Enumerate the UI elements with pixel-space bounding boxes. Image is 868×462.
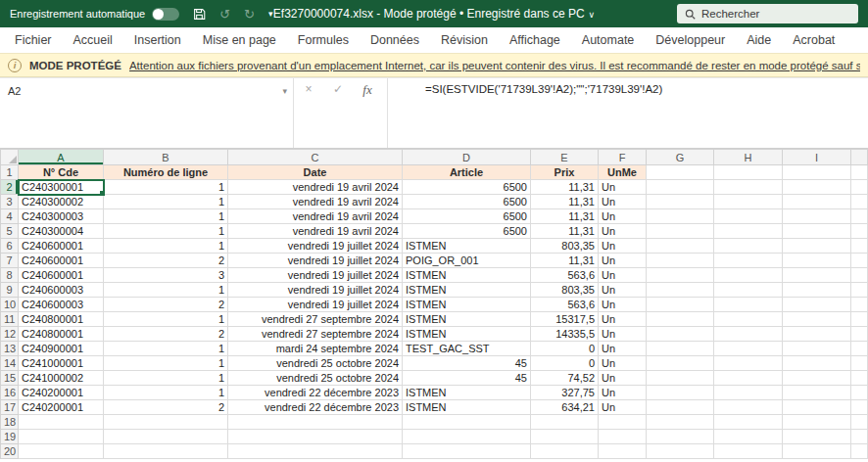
cell-G7[interactable] — [647, 254, 714, 268]
cell-E3[interactable]: 11,31 — [531, 195, 599, 209]
row-header-5[interactable]: 5 — [1, 224, 19, 239]
tab-automate[interactable]: Automate — [571, 33, 646, 47]
cell-G9[interactable] — [647, 283, 714, 298]
cell-E12[interactable]: 14335,5 — [531, 327, 599, 342]
cell-I15[interactable] — [783, 371, 851, 386]
cell-E1[interactable]: Prix — [531, 165, 599, 180]
cell-E8[interactable]: 563,6 — [531, 268, 599, 283]
cell-C12[interactable]: vendredi 27 septembre 2024 — [228, 327, 403, 342]
row-header-11[interactable]: 11 — [1, 312, 19, 327]
cell-C6[interactable]: vendredi 19 juillet 2024 — [228, 239, 403, 254]
cell-B6[interactable]: 1 — [104, 239, 228, 254]
cell-H5[interactable] — [714, 224, 783, 239]
cell-D11[interactable]: ISTMEN — [403, 312, 531, 327]
cell-E7[interactable]: 11,31 — [531, 254, 599, 268]
cell-C1[interactable]: Date — [228, 165, 403, 180]
cell-B15[interactable]: 1 — [104, 371, 228, 386]
cell-H9[interactable] — [714, 283, 783, 298]
cell-E14[interactable]: 0 — [531, 356, 599, 371]
row-header-9[interactable]: 9 — [1, 283, 19, 298]
cell-H19[interactable] — [714, 430, 783, 444]
cell-I5[interactable] — [783, 224, 851, 239]
cell-C20[interactable] — [228, 444, 403, 459]
cell-D1[interactable]: Article — [403, 165, 531, 180]
cell-F12[interactable]: Un — [599, 327, 647, 342]
cell-G17[interactable] — [647, 400, 714, 415]
cell-D10[interactable]: ISTMEN — [403, 298, 531, 312]
cell-F16[interactable]: Un — [599, 386, 647, 400]
cell-I1[interactable] — [783, 165, 851, 180]
cell-H7[interactable] — [714, 254, 783, 268]
cell-C14[interactable]: vendredi 25 octobre 2024 — [228, 356, 403, 371]
cell-G18[interactable] — [647, 415, 714, 430]
cell-D13[interactable]: TEST_GAC_SST — [403, 342, 531, 356]
cell-D19[interactable] — [403, 430, 531, 444]
cell-D18[interactable] — [403, 415, 531, 430]
column-header-E[interactable]: E — [531, 150, 599, 165]
cell-F11[interactable]: Un — [599, 312, 647, 327]
cell-G19[interactable] — [647, 430, 714, 444]
cell-A1[interactable]: N° Cde — [19, 165, 104, 180]
cell-D5[interactable]: 6500 — [403, 224, 531, 239]
cell-A18[interactable] — [19, 415, 104, 430]
cell-G8[interactable] — [647, 268, 714, 283]
cell-C16[interactable]: vendredi 22 décembre 2023 — [228, 386, 403, 400]
cell-D8[interactable]: ISTMEN — [403, 268, 531, 283]
cell-B12[interactable]: 2 — [104, 327, 228, 342]
row-header-15[interactable]: 15 — [1, 371, 19, 386]
row-header-14[interactable]: 14 — [1, 356, 19, 371]
autosave-control[interactable]: Enregistrement automatique — [10, 8, 179, 21]
cell-F3[interactable]: Un — [599, 195, 647, 209]
cell-D12[interactable]: ISTMEN — [403, 327, 531, 342]
cell-C17[interactable]: vendredi 22 décembre 2023 — [228, 400, 403, 415]
cell-D14[interactable]: 45 — [403, 356, 531, 371]
cell-E15[interactable]: 74,52 — [531, 371, 599, 386]
cell-I16[interactable] — [783, 386, 851, 400]
cell-F10[interactable]: Un — [599, 298, 647, 312]
cell-B8[interactable]: 3 — [104, 268, 228, 283]
column-header-F[interactable]: F — [599, 150, 647, 165]
cell-I10[interactable] — [783, 298, 851, 312]
cell-F15[interactable]: Un — [599, 371, 647, 386]
cell-H1[interactable] — [714, 165, 783, 180]
row-header-2[interactable]: 2 — [1, 180, 19, 195]
cell-H12[interactable] — [714, 327, 783, 342]
cell-F7[interactable]: Un — [599, 254, 647, 268]
cell-G6[interactable] — [647, 239, 714, 254]
cell-H16[interactable] — [714, 386, 783, 400]
cell-D9[interactable]: ISTMEN — [403, 283, 531, 298]
cell-A11[interactable]: C240800001 — [19, 312, 104, 327]
cell-H17[interactable] — [714, 400, 783, 415]
cell-G4[interactable] — [647, 209, 714, 224]
cell-I14[interactable] — [783, 356, 851, 371]
row-header-18[interactable]: 18 — [1, 415, 19, 430]
cell-H13[interactable] — [714, 342, 783, 356]
column-header-H[interactable]: H — [714, 150, 783, 165]
tab-formules[interactable]: Formules — [287, 33, 360, 47]
cell-G11[interactable] — [647, 312, 714, 327]
cell-F1[interactable]: UnMe — [599, 165, 647, 180]
cell-C11[interactable]: vendredi 27 septembre 2024 — [228, 312, 403, 327]
cell-H14[interactable] — [714, 356, 783, 371]
row-header-3[interactable]: 3 — [1, 195, 19, 209]
row-header-8[interactable]: 8 — [1, 268, 19, 283]
cell-B2[interactable]: 1 — [104, 180, 228, 195]
enter-formula-button[interactable]: ✓ — [323, 82, 353, 148]
cell-B9[interactable]: 1 — [104, 283, 228, 298]
cell-H10[interactable] — [714, 298, 783, 312]
cell-B7[interactable]: 2 — [104, 254, 228, 268]
cell-E10[interactable]: 563,6 — [531, 298, 599, 312]
cell-B4[interactable]: 1 — [104, 209, 228, 224]
cell-E4[interactable]: 11,31 — [531, 209, 599, 224]
tab-affichage[interactable]: Affichage — [499, 33, 571, 47]
cell-C3[interactable]: vendredi 19 avril 2024 — [228, 195, 403, 209]
name-box-dropdown-icon[interactable]: ▾ — [282, 86, 287, 96]
cell-I4[interactable] — [783, 209, 851, 224]
cell-A2[interactable]: C240300001 — [19, 180, 104, 195]
cell-G14[interactable] — [647, 356, 714, 371]
cell-F17[interactable]: Un — [599, 400, 647, 415]
cell-G3[interactable] — [647, 195, 714, 209]
select-all-button[interactable] — [1, 150, 19, 165]
cell-A5[interactable]: C240300004 — [19, 224, 104, 239]
tab-accueil[interactable]: Accueil — [63, 33, 123, 47]
